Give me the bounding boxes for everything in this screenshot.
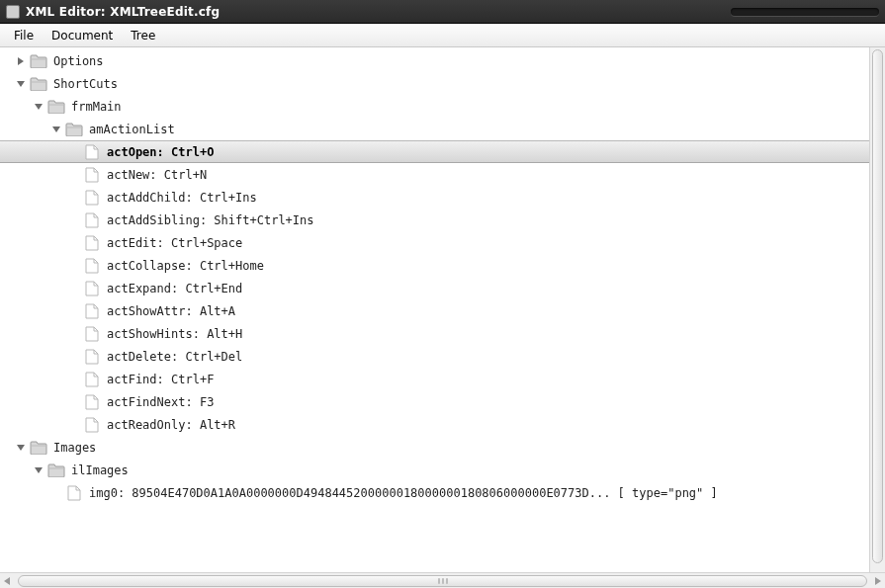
file-icon [83, 235, 101, 251]
file-icon [83, 372, 101, 387]
tree-row-label: actShowAttr: Alt+A [107, 304, 235, 318]
tree-row-label: actOpen: Ctrl+O [107, 145, 214, 159]
titlebar-track [731, 8, 879, 16]
tree-row-label: actFind: Ctrl+F [107, 373, 214, 386]
expand-toggle-open-icon[interactable] [14, 77, 28, 91]
tree-row[interactable]: actFindNext: F3 [0, 390, 869, 413]
tree-row-label: actNew: Ctrl+N [107, 168, 207, 182]
file-icon [83, 258, 101, 274]
tree-row[interactable]: actCollapse: Ctrl+Home [0, 254, 869, 277]
tree-row-label: Images [53, 441, 96, 455]
expand-toggle-none [67, 418, 81, 432]
expand-toggle-open-icon[interactable] [14, 441, 28, 455]
file-icon [83, 326, 101, 342]
tree-row-label: ShortCuts [53, 77, 118, 91]
horizontal-scrollbar[interactable] [0, 572, 885, 588]
expand-toggle-none [67, 350, 81, 364]
expand-toggle-none [67, 213, 81, 227]
file-icon [83, 349, 101, 365]
file-icon [83, 303, 101, 319]
tree-row[interactable]: actAddSibling: Shift+Ctrl+Ins [0, 209, 869, 231]
expand-toggle-none [67, 282, 81, 295]
tree-row-label: ilImages [71, 463, 129, 477]
tree-row[interactable]: ilImages [0, 459, 869, 481]
tree-row-label: actExpand: Ctrl+End [107, 282, 242, 295]
titlebar[interactable]: XML Editor: XMLTreeEdit.cfg [0, 0, 885, 24]
tree-row[interactable]: actOpen: Ctrl+O [0, 140, 869, 163]
tree-row-label: img0: 89504E470D0A1A0A0000000D4948445200… [89, 486, 718, 500]
tree-row[interactable]: frmMain [0, 95, 869, 118]
tree-row-label: actAddChild: Ctrl+Ins [107, 191, 257, 205]
expand-toggle-open-icon[interactable] [32, 100, 45, 114]
tree-row-label: actReadOnly: Alt+R [107, 418, 235, 432]
folder-icon [47, 462, 65, 478]
tree-area: OptionsShortCutsfrmMainamActionListactOp… [0, 47, 885, 588]
tree-row[interactable]: actShowAttr: Alt+A [0, 299, 869, 322]
expand-toggle-none [67, 304, 81, 318]
file-icon [83, 144, 101, 160]
tree-row-label: actEdit: Ctrl+Space [107, 236, 242, 250]
folder-icon [65, 122, 83, 137]
expand-toggle-none [49, 486, 63, 500]
tree-row-label: Options [53, 54, 104, 68]
expand-toggle-none [67, 373, 81, 386]
file-icon [83, 167, 101, 183]
tree-row[interactable]: actDelete: Ctrl+Del [0, 345, 869, 368]
tree-row[interactable]: actExpand: Ctrl+End [0, 277, 869, 299]
file-icon [83, 190, 101, 206]
tree-view[interactable]: OptionsShortCutsfrmMainamActionListactOp… [0, 47, 869, 572]
file-icon [83, 394, 101, 410]
folder-icon [30, 440, 47, 456]
expand-toggle-none [67, 395, 81, 409]
tree-row[interactable]: Options [0, 49, 869, 72]
tree-row[interactable]: actEdit: Ctrl+Space [0, 231, 869, 254]
tree-row-label: actCollapse: Ctrl+Home [107, 259, 264, 273]
expand-toggle-none [67, 236, 81, 250]
folder-icon [47, 99, 65, 115]
scroll-left-icon[interactable] [0, 574, 16, 588]
file-icon [83, 417, 101, 433]
scroll-right-icon[interactable] [869, 574, 885, 588]
menu-file[interactable]: File [6, 26, 42, 45]
expand-toggle-none [67, 191, 81, 205]
expand-toggle-open-icon[interactable] [32, 463, 45, 477]
file-icon [83, 281, 101, 296]
expand-toggle-open-icon[interactable] [49, 123, 63, 136]
folder-icon [30, 53, 47, 69]
tree-row[interactable]: img0: 89504E470D0A1A0A0000000D4948445200… [0, 481, 869, 504]
tree-row[interactable]: actReadOnly: Alt+R [0, 413, 869, 436]
expand-toggle-none [67, 145, 81, 159]
app-icon [6, 5, 20, 19]
horizontal-scroll-track[interactable] [18, 575, 867, 587]
vertical-scrollbar[interactable] [869, 47, 885, 572]
tree-row[interactable]: Images [0, 436, 869, 459]
tree-row-label: actFindNext: F3 [107, 395, 214, 409]
tree-row-label: actDelete: Ctrl+Del [107, 350, 242, 364]
file-icon [83, 212, 101, 228]
expand-toggle-none [67, 259, 81, 273]
window: XML Editor: XMLTreeEdit.cfg File Documen… [0, 0, 885, 588]
expand-toggle-closed-icon[interactable] [14, 54, 28, 68]
horizontal-scroll-thumb[interactable] [18, 575, 867, 587]
vertical-scroll-thumb[interactable] [872, 49, 883, 563]
window-title: XML Editor: XMLTreeEdit.cfg [26, 5, 220, 19]
tree-row[interactable]: amActionList [0, 118, 869, 140]
tree-row[interactable]: actShowHints: Alt+H [0, 322, 869, 345]
tree-row-label: actShowHints: Alt+H [107, 327, 242, 341]
tree-row[interactable]: ShortCuts [0, 72, 869, 95]
expand-toggle-none [67, 168, 81, 182]
tree-row-label: frmMain [71, 100, 122, 114]
tree-row[interactable]: actFind: Ctrl+F [0, 368, 869, 390]
tree-row[interactable]: actAddChild: Ctrl+Ins [0, 186, 869, 209]
tree-row-label: amActionList [89, 123, 175, 136]
menu-tree[interactable]: Tree [123, 26, 163, 45]
tree-row[interactable]: actNew: Ctrl+N [0, 163, 869, 186]
menu-document[interactable]: Document [44, 26, 121, 45]
folder-icon [30, 76, 47, 92]
expand-toggle-none [67, 327, 81, 341]
menubar: File Document Tree [0, 24, 885, 47]
tree-row-label: actAddSibling: Shift+Ctrl+Ins [107, 213, 314, 227]
file-icon [65, 485, 83, 501]
